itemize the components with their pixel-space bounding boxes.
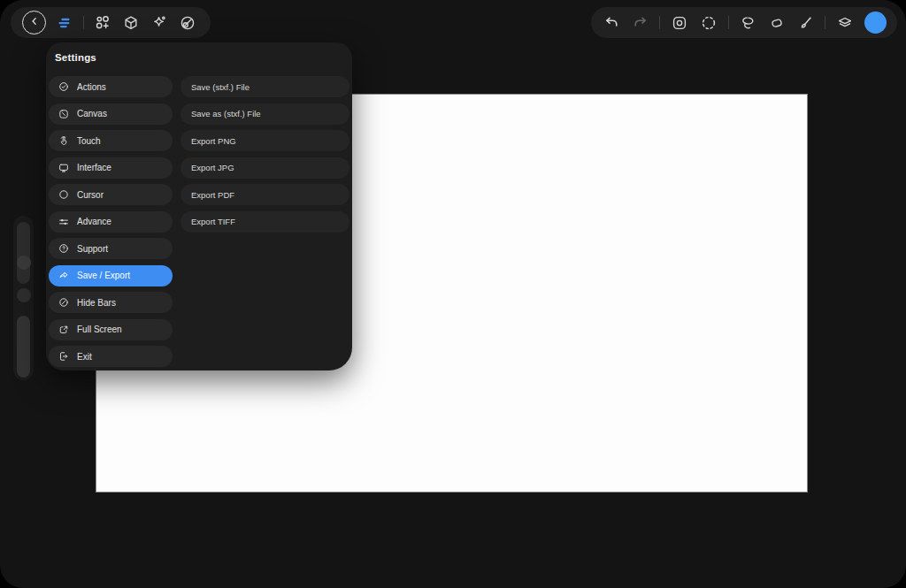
mask-button[interactable] [178, 13, 197, 33]
toolbar-divider [83, 16, 84, 29]
settings-title: Settings [55, 52, 96, 63]
submenu-item-label: Export PDF [191, 190, 234, 200]
eraser-icon [767, 13, 787, 33]
submenu-item-export-jpg[interactable]: Export JPG [180, 157, 349, 179]
settings-item-label: Exit [77, 352, 92, 362]
settings-item-exit[interactable]: Exit [49, 346, 173, 367]
check-circle-icon [58, 80, 70, 93]
submenu-item-export-png[interactable]: Export PNG [180, 130, 349, 151]
chevron-left-icon [27, 14, 42, 32]
settings-item-label: Support [77, 244, 108, 254]
submenu-item-label: Export JPG [191, 163, 234, 172]
settings-item-label: Save / Export [77, 271, 130, 280]
settings-item-support[interactable]: Support [49, 238, 173, 259]
redo-button[interactable] [631, 13, 650, 33]
menu-button[interactable] [55, 13, 74, 33]
shapes-button[interactable] [121, 13, 141, 33]
settings-item-label: Advance [77, 217, 111, 226]
eraser-button[interactable] [767, 13, 787, 33]
toolbar-top-left [11, 7, 211, 38]
toolbar-top-right [591, 7, 897, 38]
redo-icon [631, 13, 650, 33]
brush-icon [796, 13, 816, 33]
settings-item-touch[interactable]: Touch [49, 130, 173, 151]
settings-item-cursor[interactable]: Cursor [49, 184, 173, 205]
submenu-item-label: Export TIFF [191, 217, 235, 226]
settings-item-save-export[interactable]: Save / Export [49, 265, 173, 286]
frame-capture-button[interactable] [670, 13, 689, 33]
lasso-icon [738, 13, 757, 33]
settings-item-label: Full Screen [77, 325, 122, 334]
brush-button[interactable] [796, 13, 816, 33]
settings-item-label: Hide Bars [77, 298, 116, 308]
effects-button[interactable] [150, 13, 169, 33]
monitor-icon [58, 162, 70, 174]
objects-add-icon [93, 13, 112, 33]
settings-menu: Actions Canvas Touch Interface [49, 76, 173, 367]
sparkle-icon [150, 13, 169, 33]
mask-circle-icon [178, 13, 197, 33]
layers-button[interactable] [835, 13, 855, 33]
settings-item-interface[interactable]: Interface [49, 157, 173, 179]
cube-3d-icon [121, 13, 141, 33]
lasso-button[interactable] [738, 13, 757, 33]
circle-icon [58, 188, 70, 201]
side-slider-strip [13, 216, 34, 380]
marquee-selection-button[interactable] [699, 13, 718, 33]
save-export-submenu: Save (stxf.) File Save as (stxf.) File E… [180, 76, 349, 233]
layers-icon [835, 13, 855, 33]
settings-panel: Settings Actions Canvas Touch [46, 42, 352, 370]
frame-capture-icon [670, 13, 689, 33]
marquee-selection-icon [699, 13, 718, 33]
slider-knob-lower[interactable] [17, 288, 31, 302]
settings-item-advance[interactable]: Advance [49, 211, 173, 233]
settings-item-actions[interactable]: Actions [49, 76, 173, 97]
help-circle-icon [58, 242, 70, 255]
slider-knob-upper[interactable] [17, 256, 31, 270]
exit-door-icon [58, 350, 70, 363]
settings-item-label: Cursor [77, 190, 104, 200]
settings-item-full-screen[interactable]: Full Screen [49, 319, 173, 340]
submenu-item-label: Export PNG [191, 136, 236, 146]
slider-track-lower[interactable] [17, 316, 30, 378]
submenu-item-export-tiff[interactable]: Export TIFF [180, 211, 349, 233]
objects-button[interactable] [93, 13, 112, 33]
settings-item-label: Actions [77, 82, 106, 92]
settings-item-hide-bars[interactable]: Hide Bars [49, 292, 173, 313]
toolbar-divider [659, 16, 660, 29]
app-window: Settings Actions Canvas Touch [0, 0, 906, 588]
settings-item-label: Interface [77, 163, 111, 172]
slider-track-upper[interactable] [17, 222, 30, 284]
menu-icon [55, 13, 74, 33]
toolbar-divider [825, 16, 825, 29]
back-button[interactable] [22, 11, 46, 34]
canvas-pen-icon [58, 108, 70, 120]
submenu-item-label: Save (stxf.) File [191, 82, 250, 92]
submenu-item-save-file[interactable]: Save (stxf.) File [180, 76, 349, 97]
submenu-item-export-pdf[interactable]: Export PDF [180, 184, 349, 205]
settings-item-canvas[interactable]: Canvas [49, 103, 173, 125]
toolbar-divider [728, 16, 729, 29]
undo-button[interactable] [602, 13, 621, 33]
touch-hand-icon [58, 134, 70, 147]
sliders-icon [58, 216, 70, 228]
submenu-item-save-as-file[interactable]: Save as (stxf.) File [180, 103, 349, 125]
fullscreen-arrow-icon [58, 324, 70, 336]
color-puck[interactable] [864, 11, 887, 34]
share-arrow-icon [58, 270, 70, 282]
settings-item-label: Canvas [77, 109, 107, 118]
submenu-item-label: Save as (stxf.) File [191, 109, 261, 118]
slash-circle-icon [58, 296, 70, 309]
settings-item-label: Touch [77, 136, 101, 146]
undo-icon [602, 13, 621, 33]
